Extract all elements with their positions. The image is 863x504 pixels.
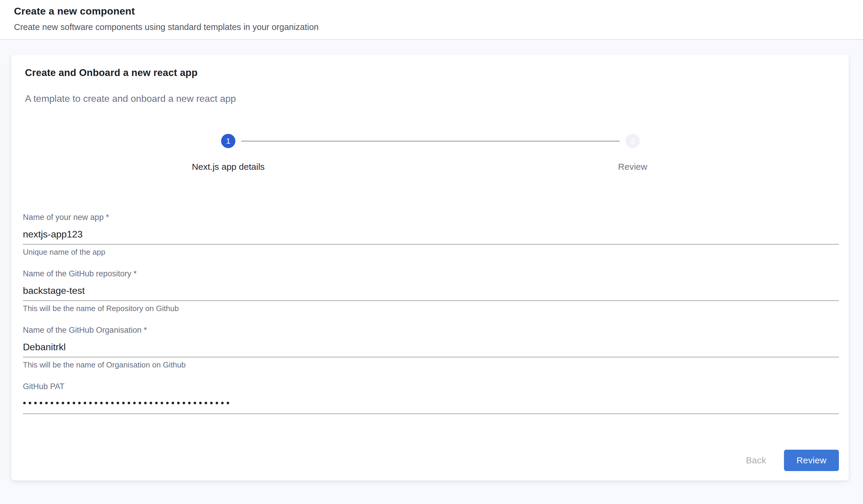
github-pat-input[interactable] xyxy=(23,391,839,414)
field-github-pat: GitHub PAT xyxy=(23,382,839,414)
org-name-label: Name of the GitHub Organisation * xyxy=(23,325,839,335)
page-title: Create a new component xyxy=(14,5,849,17)
stepper: 1 2 Next.js app details Review xyxy=(11,134,849,180)
app-name-input[interactable] xyxy=(23,222,839,245)
field-app-name: Name of your new app * Unique name of th… xyxy=(23,212,839,257)
scaffolder-form: Name of your new app * Unique name of th… xyxy=(23,212,839,414)
page-subtitle: Create new software components using sta… xyxy=(14,22,849,32)
step-indicator-2: 2 xyxy=(626,134,640,148)
stepper-connector xyxy=(241,141,620,142)
step-label-review: Review xyxy=(559,162,707,172)
field-repo-name: Name of the GitHub repository * This wil… xyxy=(23,269,839,313)
step-label-nextjs-app-details: Next.js app details xyxy=(154,162,302,172)
github-pat-label: GitHub PAT xyxy=(23,382,839,391)
repo-name-helper: This will be the name of Repository on G… xyxy=(23,304,839,313)
form-actions: Back Review xyxy=(21,450,839,480)
repo-name-label: Name of the GitHub repository * xyxy=(23,269,839,279)
field-org-name: Name of the GitHub Organisation * This w… xyxy=(23,325,839,370)
app-name-label: Name of your new app * xyxy=(23,212,839,222)
template-subtitle: A template to create and onboard a new r… xyxy=(25,93,835,104)
app-name-helper: Unique name of the app xyxy=(23,247,839,257)
repo-name-input[interactable] xyxy=(23,279,839,301)
org-name-helper: This will be the name of Organisation on… xyxy=(23,360,839,370)
template-title: Create and Onboard a new react app xyxy=(25,67,835,78)
org-name-input[interactable] xyxy=(23,335,839,357)
page-header: Create a new component Create new softwa… xyxy=(0,0,863,40)
back-button[interactable]: Back xyxy=(736,451,776,470)
review-button[interactable]: Review xyxy=(784,450,839,471)
step-indicator-1: 1 xyxy=(221,134,235,148)
template-card: Create and Onboard a new react app A tem… xyxy=(11,55,849,480)
